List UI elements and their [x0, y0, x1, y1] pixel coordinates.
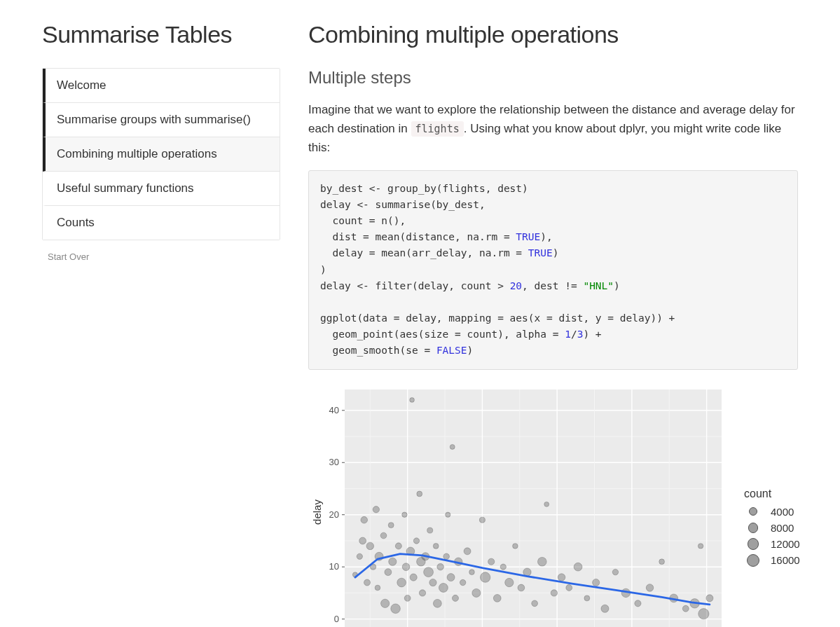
legend-circle-icon [747, 554, 760, 567]
svg-point-43 [410, 574, 417, 581]
svg-point-78 [551, 589, 557, 595]
svg-point-30 [380, 532, 387, 539]
svg-point-31 [381, 599, 390, 607]
svg-point-34 [389, 558, 397, 565]
svg-point-32 [385, 568, 392, 575]
svg-point-45 [417, 491, 422, 497]
nav-item-3[interactable]: Useful summary functions [43, 172, 280, 206]
sidebar-title: Summarise Tables [42, 21, 280, 48]
svg-point-21 [357, 553, 362, 559]
svg-rect-0 [345, 390, 722, 627]
svg-point-27 [373, 506, 379, 512]
svg-point-55 [439, 583, 448, 592]
legend-entry-0: 4000 [744, 506, 800, 518]
page-title: Combining multiple operations [308, 21, 798, 48]
sidebar: Summarise Tables WelcomeSummarise groups… [42, 21, 280, 627]
svg-text:30: 30 [329, 457, 339, 467]
svg-text:40: 40 [329, 404, 339, 415]
legend-label: 8000 [771, 522, 794, 534]
svg-point-42 [410, 397, 415, 402]
svg-point-57 [446, 512, 450, 517]
svg-point-66 [479, 517, 485, 523]
legend-circle-icon [748, 538, 759, 550]
svg-point-73 [518, 584, 525, 591]
svg-point-58 [447, 573, 455, 581]
svg-point-75 [532, 600, 538, 607]
svg-text:20: 20 [329, 509, 339, 519]
svg-point-81 [574, 563, 582, 571]
svg-point-44 [413, 537, 419, 543]
svg-text:10: 10 [329, 561, 339, 572]
svg-point-35 [391, 604, 401, 614]
svg-point-71 [505, 578, 514, 586]
svg-point-83 [593, 579, 600, 586]
svg-point-85 [612, 569, 618, 574]
svg-point-53 [433, 599, 441, 607]
svg-point-77 [544, 502, 549, 507]
svg-point-52 [433, 543, 439, 549]
svg-point-93 [698, 543, 703, 548]
svg-point-23 [361, 516, 368, 523]
svg-point-91 [682, 605, 689, 612]
svg-point-76 [537, 557, 546, 566]
svg-point-94 [698, 608, 709, 619]
svg-point-49 [424, 567, 434, 577]
nav-item-2[interactable]: Combining multiple operations [43, 137, 280, 172]
svg-point-37 [397, 578, 406, 587]
svg-text:0: 0 [334, 613, 339, 623]
svg-point-69 [493, 594, 501, 602]
svg-point-50 [427, 528, 433, 533]
svg-point-82 [584, 595, 590, 601]
legend-label: 4000 [771, 506, 794, 518]
legend-circle-icon [748, 523, 759, 533]
svg-point-54 [437, 563, 444, 570]
svg-point-67 [480, 572, 490, 581]
svg-point-65 [472, 588, 481, 597]
nav-item-0[interactable]: Welcome [43, 69, 280, 103]
svg-point-56 [443, 553, 450, 560]
svg-point-79 [558, 573, 565, 581]
svg-point-95 [706, 594, 713, 601]
svg-point-72 [513, 543, 518, 549]
inline-code-flights: flights [411, 121, 464, 137]
svg-point-68 [488, 558, 495, 565]
svg-point-89 [659, 558, 665, 564]
code-block: by_dest <- group_by(flights, dest) delay… [308, 170, 798, 370]
chart-legend: count 400080001200016000 [744, 488, 800, 572]
svg-point-36 [395, 542, 401, 549]
svg-point-47 [419, 589, 425, 595]
svg-point-51 [429, 579, 436, 586]
svg-point-22 [359, 537, 366, 544]
svg-point-88 [646, 584, 653, 591]
svg-point-38 [402, 512, 407, 517]
legend-entry-2: 12000 [744, 538, 800, 550]
chart-container: 010203040delay count 400080001200016000 [308, 383, 798, 627]
svg-point-28 [375, 585, 380, 591]
svg-point-64 [469, 569, 475, 574]
intro-paragraph: Imagine that we want to explore the rela… [308, 100, 798, 158]
nav-item-4[interactable]: Counts [43, 206, 280, 240]
legend-entry-1: 8000 [744, 522, 800, 534]
svg-point-80 [566, 584, 572, 591]
svg-point-62 [460, 579, 465, 585]
start-over-link[interactable]: Start Over [42, 240, 280, 273]
nav-item-1[interactable]: Summarise groups with summarise() [43, 103, 280, 137]
nav-list: WelcomeSummarise groups with summarise()… [42, 68, 280, 240]
chart-plot: 010203040delay [308, 383, 729, 627]
legend-label: 16000 [771, 554, 800, 566]
svg-point-25 [366, 542, 374, 550]
svg-text:delay: delay [311, 499, 323, 524]
svg-point-87 [635, 600, 641, 606]
legend-label: 12000 [771, 538, 800, 550]
svg-point-59 [450, 444, 455, 449]
svg-point-63 [464, 547, 471, 554]
legend-entry-3: 16000 [744, 554, 800, 567]
svg-point-24 [364, 579, 371, 586]
svg-point-84 [601, 605, 609, 612]
svg-point-39 [402, 563, 410, 570]
svg-point-70 [500, 564, 506, 570]
main-content: Combining multiple operations Multiple s… [308, 21, 798, 627]
section-title: Multiple steps [308, 68, 798, 88]
svg-point-33 [388, 522, 394, 528]
svg-point-60 [452, 595, 458, 601]
